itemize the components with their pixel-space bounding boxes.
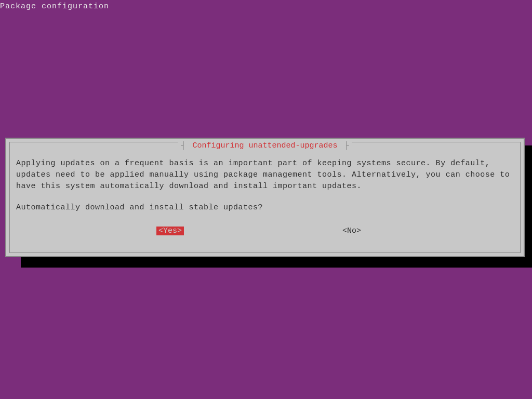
dialog-prompt: Automatically download and install stabl… bbox=[16, 203, 514, 212]
title-decoration-left: ┤ bbox=[181, 141, 185, 150]
dialog-title-wrapper: ┤ Configuring unattended-upgrades ├ bbox=[178, 141, 352, 150]
dialog-title: Configuring unattended-upgrades bbox=[190, 141, 339, 150]
yes-button[interactable]: <Yes> bbox=[156, 227, 184, 235]
dialog-border: ┤ Configuring unattended-upgrades ├ Appl… bbox=[9, 142, 521, 253]
dialog-content: Applying updates on a frequent basis is … bbox=[10, 142, 520, 242]
no-button[interactable]: <No> bbox=[342, 227, 361, 235]
page-title: Package configuration bbox=[0, 0, 532, 11]
title-decoration-right: ├ bbox=[344, 141, 349, 150]
dialog-box: ┤ Configuring unattended-upgrades ├ Appl… bbox=[5, 138, 525, 257]
dialog-description: Applying updates on a frequent basis is … bbox=[16, 158, 514, 192]
dialog-buttons: <Yes> <No> bbox=[16, 227, 514, 235]
